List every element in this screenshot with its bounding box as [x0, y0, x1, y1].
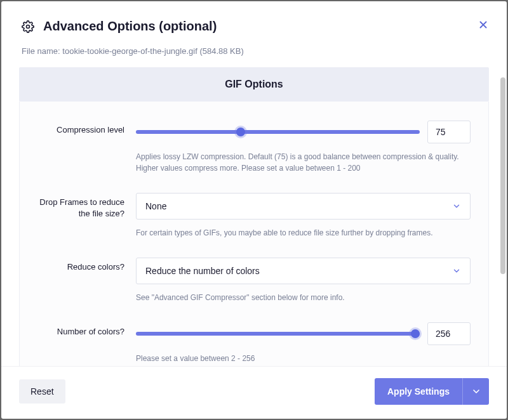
close-icon[interactable]	[478, 19, 489, 30]
modal-header: Advanced Options (optional)	[1, 1, 507, 41]
apply-button-group: Apply Settings	[375, 378, 489, 405]
numcolors-label: Number of colors?	[37, 322, 136, 338]
reducecolors-value: Reduce the number of colors	[145, 266, 260, 276]
dropframes-row: Drop Frames to reduce the file size? Non…	[37, 193, 471, 239]
compression-slider-thumb[interactable]	[236, 128, 245, 136]
page-title: Advanced Options (optional)	[43, 19, 217, 34]
numcolors-input[interactable]	[427, 322, 471, 345]
compression-help: Applies lossy LZW compression. Default (…	[136, 151, 471, 174]
dropframes-help: For certain types of GIFs, you maybe abl…	[136, 227, 471, 239]
file-info: File name: tookie-tookie-george-of-the-j…	[1, 41, 507, 67]
reducecolors-select[interactable]: Reduce the number of colors	[136, 258, 471, 284]
advanced-options-modal: Advanced Options (optional) File name: t…	[1, 1, 507, 419]
chevron-down-icon	[471, 386, 481, 397]
svg-point-0	[27, 25, 30, 28]
options-scroll-area[interactable]: GIF Options Compression level Applies lo…	[1, 67, 507, 366]
chevron-down-icon	[452, 202, 461, 211]
modal-footer: Reset Apply Settings	[1, 366, 507, 419]
reset-button[interactable]: Reset	[19, 379, 65, 404]
chevron-down-icon	[452, 266, 461, 275]
dropframes-select[interactable]: None	[136, 193, 471, 220]
apply-settings-button[interactable]: Apply Settings	[375, 378, 462, 405]
dropframes-value: None	[145, 201, 166, 211]
apply-dropdown-button[interactable]	[462, 378, 489, 405]
numcolors-slider[interactable]	[136, 329, 420, 339]
file-name-label: File name:	[22, 46, 60, 56]
compression-slider[interactable]	[136, 127, 420, 137]
compression-row: Compression level Applies lossy LZW comp…	[37, 121, 471, 174]
scrollbar-thumb[interactable]	[500, 77, 505, 274]
gear-icon	[22, 20, 34, 33]
numcolors-slider-thumb[interactable]	[411, 329, 420, 338]
compression-input[interactable]	[427, 121, 471, 143]
compression-label: Compression level	[37, 121, 136, 136]
reducecolors-label: Reduce colors?	[37, 258, 136, 273]
numcolors-row: Number of colors? Please set a value bet…	[37, 322, 471, 364]
options-container: Compression level Applies lossy LZW comp…	[19, 102, 489, 366]
numcolors-help: Please set a value between 2 - 256	[136, 353, 471, 364]
file-size-value: (584.88 KB)	[199, 46, 243, 56]
reducecolors-row: Reduce colors? Reduce the number of colo…	[37, 258, 471, 303]
reducecolors-help: See "Advanced GIF Compressor" section be…	[136, 292, 471, 303]
file-name-value: tookie-tookie-george-of-the-jungle.gif	[62, 46, 197, 56]
gif-options-banner: GIF Options	[19, 67, 489, 102]
dropframes-label: Drop Frames to reduce the file size?	[37, 193, 136, 220]
